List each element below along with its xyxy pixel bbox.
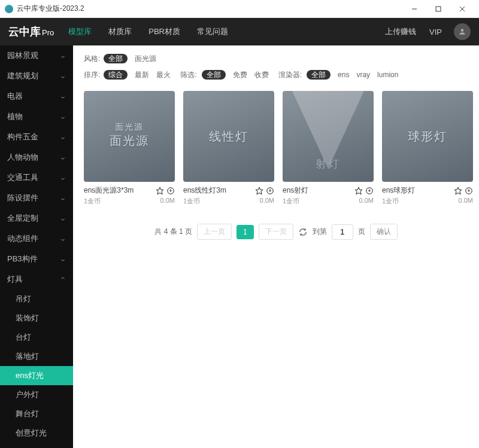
card-thumbnail[interactable]: 线性灯 [183,91,274,182]
sidebar-subitem-11-0[interactable]: 吊灯 [0,289,73,309]
card-thumbnail[interactable]: 射灯 [283,91,374,182]
sidebar-item-7[interactable]: 陈设摆件 [0,188,73,208]
download-icon[interactable] [266,187,274,195]
sidebar-subitem-11-3[interactable]: 落地灯 [0,347,73,366]
pager-summary: 共 4 条 1 页 [154,227,192,237]
filter-select-opt-0[interactable]: 全部 [202,70,226,80]
svg-rect-1 [436,7,441,11]
sidebar-subitem-11-7[interactable]: 创意灯光 [0,423,73,443]
nav-right-0[interactable]: 上传赚钱 [385,26,416,37]
nav-item-0[interactable]: 模型库 [68,26,92,37]
sidebar-item-9[interactable]: 动态组件 [0,228,73,249]
sidebar-item-10[interactable]: PB3构件 [0,249,73,269]
chevron-down-icon [60,134,66,140]
minimize-button[interactable] [402,0,426,18]
pager-next[interactable]: 下一页 [259,224,293,240]
svg-marker-7 [256,187,263,194]
filter-sort-opt-2[interactable]: 最火 [156,71,171,79]
sidebar-item-label: 建筑规划 [7,71,38,81]
app-icon [5,5,13,13]
card-size: 0.0M [459,197,473,206]
chevron-down-icon [60,236,66,242]
user-avatar[interactable] [454,23,471,40]
sidebar-item-label: 园林景观 [7,50,38,61]
card-price: 1金币 [84,197,101,206]
pager-goto-input[interactable] [332,224,353,240]
pager-goto-label: 到第 [313,227,327,237]
sidebar-item-5[interactable]: 人物动物 [0,147,73,167]
asset-card-1[interactable]: 线性灯ens线性灯3m1金币0.0M [183,91,274,206]
sidebar-item-8[interactable]: 全屋定制 [0,208,73,228]
filter-renderer-opt-1[interactable]: ens [338,71,349,79]
sidebar-subitem-11-5[interactable]: 户外灯 [0,385,73,404]
asset-card-3[interactable]: 球形灯ens球形灯1金币0.0M [382,91,473,206]
pagination: 共 4 条 1 页 上一页 1 下一页 到第 页 确认 [84,224,468,240]
download-icon[interactable] [166,187,175,195]
sidebar-item-label: 构件五金 [7,132,38,142]
nav-right-1[interactable]: VIP [429,28,442,36]
svg-marker-11 [454,187,462,194]
asset-card-0[interactable]: 面光源面光源ens面光源3*3m1金币0.0M [84,91,175,206]
sidebar-subitem-11-4[interactable]: ens灯光 [0,366,73,385]
brand: 云中库Pro [8,25,54,39]
sidebar-item-label: 全屋定制 [7,213,38,224]
sidebar-item-label: 植物 [7,111,23,122]
favorite-icon[interactable] [255,187,263,195]
nav-item-2[interactable]: PBR材质 [148,26,180,37]
sidebar-subitem-11-1[interactable]: 装饰灯 [0,309,73,328]
card-size: 0.0M [260,197,274,206]
pager-prev[interactable]: 上一页 [197,224,232,240]
chevron-down-icon [60,93,66,99]
sidebar-item-3[interactable]: 植物 [0,106,73,127]
download-icon[interactable] [365,187,374,195]
filter-bar: 风格: 全部面光源 排序: 综合最新最火 筛选: 全部免费收费 渲染器: 全部e… [84,54,468,80]
maximize-button[interactable] [426,0,450,18]
card-title: ens面光源3*3m [84,185,153,196]
filter-sort-opt-1[interactable]: 最新 [135,71,149,79]
sidebar-item-6[interactable]: 交通工具 [0,167,73,188]
filter-renderer-opt-3[interactable]: lumion [377,71,398,79]
filter-renderer-opt-2[interactable]: vray [356,71,370,79]
chevron-down-icon [60,53,66,59]
card-thumbnail[interactable]: 球形灯 [382,91,473,182]
asset-card-2[interactable]: 射灯ens射灯1金币0.0M [283,91,374,206]
sidebar-subitem-11-2[interactable]: 台灯 [0,328,73,347]
card-thumbnail[interactable]: 面光源面光源 [84,91,175,182]
sidebar-subitem-11-6[interactable]: 舞台灯 [0,404,73,423]
filter-select-label: 筛选: [180,70,196,80]
favorite-icon[interactable] [156,187,164,195]
sidebar-item-label: 人物动物 [7,152,38,163]
sidebar-item-2[interactable]: 电器 [0,86,73,106]
sidebar-item-1[interactable]: 建筑规划 [0,66,73,86]
card-size: 0.0M [359,197,374,206]
card-title: ens球形灯 [382,185,451,196]
filter-select-opt-2[interactable]: 收费 [254,71,269,79]
thumb-label: 射灯 [316,157,341,171]
filter-style-opt-0[interactable]: 全部 [104,54,128,63]
sidebar-item-label: 电器 [7,91,23,102]
filter-style-opt-1[interactable]: 面光源 [135,54,156,63]
chevron-down-icon [60,276,66,282]
download-icon[interactable] [465,187,473,195]
sidebar-item-11[interactable]: 灯具 [0,269,73,289]
sidebar-item-label: 交通工具 [7,172,38,183]
favorite-icon[interactable] [354,187,363,195]
refresh-icon[interactable] [298,227,308,237]
nav-item-1[interactable]: 材质库 [108,26,132,37]
nav-item-3[interactable]: 常见问题 [197,26,228,37]
chevron-down-icon [60,195,66,201]
close-button[interactable] [450,0,474,18]
sidebar-item-4[interactable]: 构件五金 [0,127,73,147]
filter-renderer-label: 渲染器: [278,70,302,80]
favorite-icon[interactable] [454,187,462,195]
filter-renderer-opt-0[interactable]: 全部 [307,70,331,80]
pager-confirm[interactable]: 确认 [370,224,398,240]
svg-marker-5 [156,187,163,194]
sidebar[interactable]: 园林景观建筑规划电器植物构件五金人物动物交通工具陈设摆件全屋定制动态组件PB3构… [0,45,73,448]
pager-page-1[interactable]: 1 [237,225,254,239]
filter-sort-opt-0[interactable]: 综合 [104,70,128,80]
chevron-down-icon [60,215,66,221]
filter-select-opt-1[interactable]: 免费 [233,71,247,79]
sidebar-item-0[interactable]: 园林景观 [0,45,73,66]
card-size: 0.0M [160,197,175,206]
